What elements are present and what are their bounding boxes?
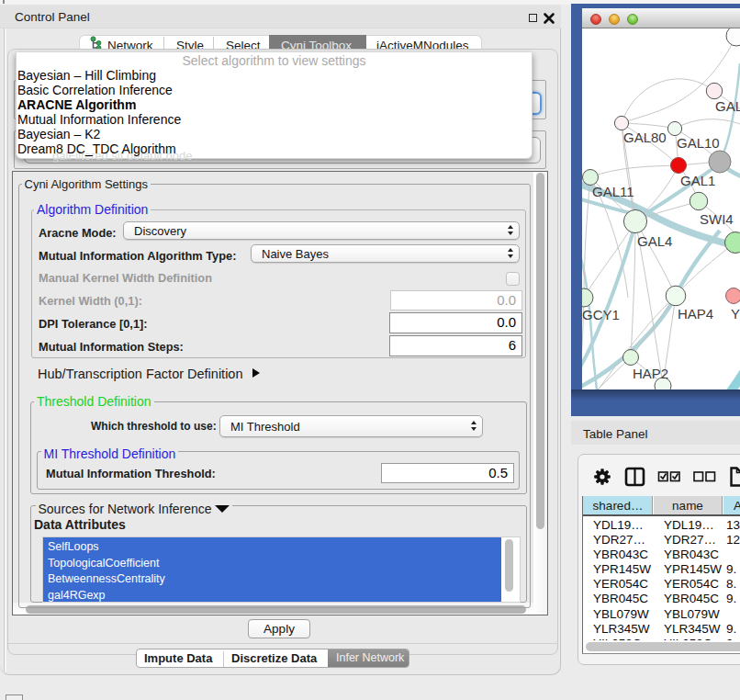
svg-text:GAL1: GAL1 <box>680 173 715 188</box>
svg-text:Y: Y <box>731 306 740 322</box>
svg-text:GAL: GAL <box>715 98 740 114</box>
svg-text:HAP4: HAP4 <box>678 306 713 322</box>
svg-text:HAP2: HAP2 <box>633 366 668 381</box>
svg-text:SWI4: SWI4 <box>700 211 734 227</box>
svg-text:GAL10: GAL10 <box>677 135 720 151</box>
svg-text:GAL80: GAL80 <box>623 130 667 145</box>
svg-text:GCY1: GCY1 <box>582 307 620 322</box>
svg-text:GAL11: GAL11 <box>592 184 634 199</box>
svg-text:GAL4: GAL4 <box>637 233 672 249</box>
